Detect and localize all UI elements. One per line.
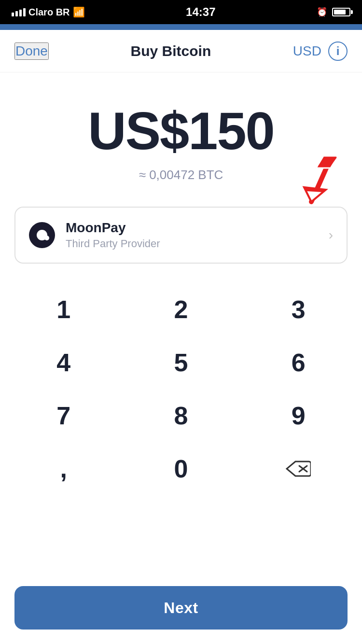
key-7[interactable]: 7 xyxy=(11,389,117,442)
page-title: Buy Bitcoin xyxy=(131,43,211,59)
amount-display: US$150 xyxy=(88,101,274,160)
currency-label[interactable]: USD xyxy=(293,43,321,59)
signal-bars xyxy=(12,8,26,16)
next-button-wrap: Next xyxy=(0,576,362,644)
battery-icon xyxy=(332,8,350,16)
nav-right-group: USD i xyxy=(293,42,348,61)
key-6[interactable]: 6 xyxy=(245,336,351,389)
backspace-icon xyxy=(286,460,311,478)
next-button[interactable]: Next xyxy=(14,586,348,630)
key-3[interactable]: 3 xyxy=(245,283,351,336)
moonpay-dot-icon xyxy=(37,230,47,240)
key-comma[interactable]: , xyxy=(11,442,117,495)
done-button[interactable]: Done xyxy=(14,42,49,60)
info-button[interactable]: i xyxy=(328,42,348,61)
provider-info: MoonPay Third Party Provider xyxy=(66,220,329,250)
svg-marker-2 xyxy=(306,191,322,202)
wifi-icon: 📶 xyxy=(73,6,85,18)
numpad-row-3: 7 8 9 xyxy=(5,389,357,442)
status-left: Claro BR 📶 xyxy=(12,6,85,18)
key-4[interactable]: 4 xyxy=(11,336,117,389)
key-2[interactable]: 2 xyxy=(128,283,234,336)
nav-bar: Done Buy Bitcoin USD i xyxy=(0,30,362,72)
status-time: 14:37 xyxy=(186,5,215,19)
provider-name: MoonPay xyxy=(66,220,329,236)
provider-subtitle: Third Party Provider xyxy=(66,238,329,250)
key-9[interactable]: 9 xyxy=(245,389,351,442)
status-right: ⏰ xyxy=(317,7,350,17)
provider-card[interactable]: MoonPay Third Party Provider › xyxy=(14,207,348,264)
top-accent-bar xyxy=(0,24,362,30)
key-1[interactable]: 1 xyxy=(11,283,117,336)
numpad-row-1: 1 2 3 xyxy=(5,283,357,336)
chevron-right-icon: › xyxy=(329,227,333,243)
key-5[interactable]: 5 xyxy=(128,336,234,389)
status-bar: Claro BR 📶 14:37 ⏰ xyxy=(0,0,362,24)
carrier-label: Claro BR xyxy=(28,7,70,18)
numpad-row-2: 4 5 6 xyxy=(5,336,357,389)
key-0[interactable]: 0 xyxy=(128,442,234,495)
key-backspace[interactable] xyxy=(245,442,351,495)
btc-equivalent: ≈ 0,00472 BTC xyxy=(139,168,223,182)
info-icon: i xyxy=(336,44,340,58)
numpad-row-4: , 0 xyxy=(5,442,357,495)
moonpay-logo xyxy=(29,222,55,248)
numpad: 1 2 3 4 5 6 7 8 9 , 0 xyxy=(0,273,362,495)
key-8[interactable]: 8 xyxy=(128,389,234,442)
provider-section: MoonPay Third Party Provider › xyxy=(0,192,362,273)
battery-fill xyxy=(334,10,346,14)
amount-section: US$150 ≈ 0,00472 BTC xyxy=(0,72,362,192)
alarm-icon: ⏰ xyxy=(317,7,327,17)
